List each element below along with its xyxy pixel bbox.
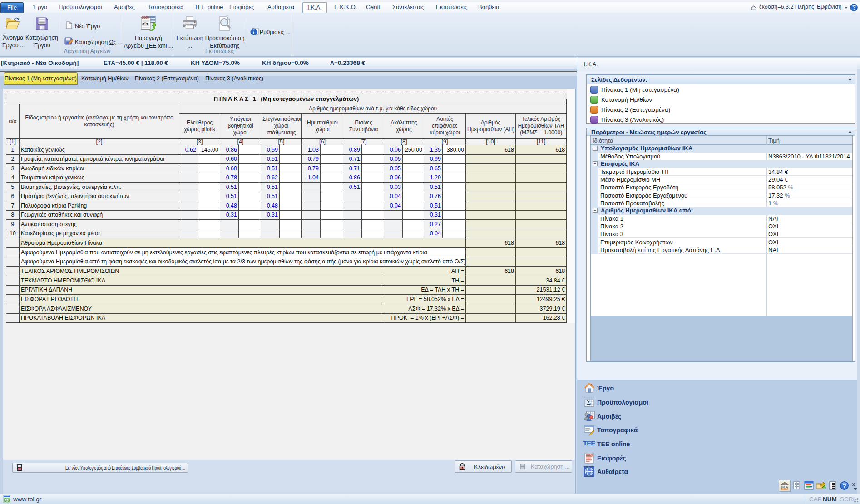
svg-text:ΤΕΕ: ΤΕΕ: [583, 440, 595, 446]
svg-text:i: i: [253, 30, 254, 35]
svg-text:?: ?: [843, 483, 846, 489]
svg-text:Σ: Σ: [587, 399, 591, 406]
svg-text:?: ?: [852, 5, 855, 11]
svg-text:IKA: IKA: [781, 485, 789, 489]
svg-text:<>: <>: [142, 21, 148, 27]
